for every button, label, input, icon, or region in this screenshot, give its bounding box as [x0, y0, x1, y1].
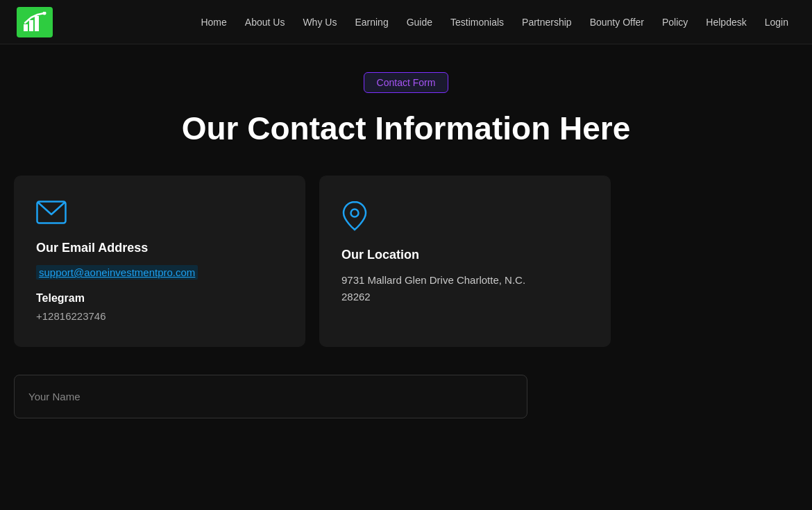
- navbar: Home About Us Why Us Earning Guide Testi…: [0, 0, 812, 44]
- nav-links: Home About Us Why Us Earning Guide Testi…: [194, 16, 795, 28]
- nav-testimonials[interactable]: Testimonials: [443, 12, 511, 32]
- main-content: Contact Form Our Contact Information Her…: [0, 44, 812, 446]
- contact-form: [14, 375, 527, 418]
- nav-home[interactable]: Home: [194, 12, 233, 32]
- location-card-heading: Our Location: [341, 248, 589, 262]
- svg-point-5: [351, 210, 359, 217]
- page-title: Our Contact Information Here: [14, 110, 798, 148]
- nav-whyus[interactable]: Why Us: [296, 12, 344, 32]
- nav-earning[interactable]: Earning: [348, 12, 395, 32]
- nav-partnership[interactable]: Partnership: [515, 12, 579, 32]
- svg-rect-1: [29, 20, 33, 31]
- email-card: Our Email Address support@aoneinvestment…: [14, 176, 305, 347]
- email-card-heading: Our Email Address: [36, 241, 283, 255]
- nav-login[interactable]: Login: [758, 12, 795, 32]
- mail-icon: [36, 201, 283, 227]
- nav-guide[interactable]: Guide: [400, 12, 439, 32]
- telegram-label: Telegram: [36, 292, 283, 305]
- location-card: Our Location 9731 Mallard Glen Drive Cha…: [319, 176, 611, 347]
- info-cards-row: Our Email Address support@aoneinvestment…: [14, 176, 798, 347]
- telegram-number: +12816223746: [36, 310, 283, 322]
- contact-form-badge: Contact Form: [364, 72, 449, 93]
- mail-icon-svg: [36, 201, 67, 224]
- location-icon: [341, 201, 589, 234]
- nav-bounty[interactable]: Bounty Offer: [583, 12, 651, 32]
- location-address: 9731 Mallard Glen Drive Charlotte, N.C. …: [341, 272, 589, 305]
- name-input[interactable]: [14, 375, 527, 418]
- svg-rect-2: [35, 16, 39, 31]
- nav-about[interactable]: About Us: [238, 12, 292, 32]
- nav-helpdesk[interactable]: Helpdesk: [699, 12, 753, 32]
- logo[interactable]: [17, 7, 53, 37]
- logo-icon: [22, 12, 47, 33]
- svg-rect-0: [24, 24, 28, 31]
- svg-point-3: [43, 12, 46, 15]
- nav-policy[interactable]: Policy: [655, 12, 695, 32]
- location-icon-svg: [341, 201, 368, 231]
- email-link[interactable]: support@aoneinvestmentpro.com: [36, 265, 198, 280]
